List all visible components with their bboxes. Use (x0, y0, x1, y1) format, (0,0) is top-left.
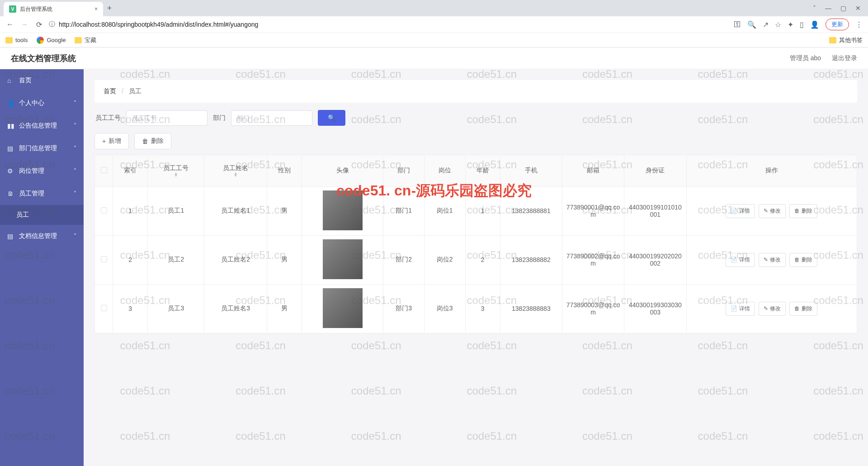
folder-icon (829, 37, 836, 43)
close-window-icon[interactable]: ✕ (855, 5, 861, 12)
edit-button[interactable]: ✎修改 (759, 253, 786, 267)
cell-xingming: 员工姓名3 (204, 284, 267, 333)
trash-icon: 🗑 (794, 305, 800, 312)
edit-icon: ✎ (764, 208, 768, 214)
main-layout: ⌂首页 👤个人中心˅ ▮▮公告信息管理˅ ▤部门信息管理˅ ⚙岗位管理˅ 🗎员工… (0, 69, 868, 466)
add-button[interactable]: +新增 (94, 133, 129, 149)
col-index[interactable]: 索引 (113, 155, 148, 187)
checkbox-all[interactable] (101, 167, 107, 173)
cell-avatar (302, 284, 383, 333)
vue-icon: V (9, 5, 16, 13)
col-email[interactable]: 邮箱 (562, 155, 624, 187)
info-icon: ⓘ (49, 20, 55, 29)
row-checkbox[interactable] (101, 207, 107, 214)
col-xingbie[interactable]: 性别 (267, 155, 302, 187)
bookmarks-bar: tools Google 宝藏 其他书签 (0, 33, 868, 47)
bookmark-other[interactable]: 其他书签 (829, 36, 863, 44)
key-icon[interactable]: ⚿ (734, 20, 741, 29)
extension-icon[interactable]: ✦ (788, 20, 793, 29)
reload-button[interactable]: ⟳ (34, 20, 43, 29)
cell-gangwei: 岗位1 (424, 186, 465, 235)
back-button[interactable]: ← (5, 20, 14, 29)
browser-tab[interactable]: V 后台管理系统 × (4, 2, 103, 16)
row-delete-button[interactable]: 🗑删除 (789, 302, 817, 316)
reader-icon[interactable]: ▯ (800, 20, 804, 29)
cell-shenfenzheng: 440300199202020002 (624, 235, 686, 284)
cell-bumen: 部门1 (383, 186, 425, 235)
col-nianling[interactable]: 年龄 (465, 155, 500, 187)
search-button[interactable]: 🔍 (318, 110, 345, 126)
sidebar-item-notice[interactable]: ▮▮公告信息管理˅ (0, 114, 84, 137)
maximize-icon[interactable]: ▢ (840, 5, 846, 12)
plus-icon: + (102, 138, 106, 145)
detail-button[interactable]: 📄详情 (726, 302, 755, 316)
cell-action: 📄详情 ✎修改 🗑删除 (686, 284, 857, 333)
action-bar: +新增 🗑删除 (94, 133, 857, 149)
new-tab-button[interactable]: + (103, 2, 116, 14)
col-bumen[interactable]: 部门 (383, 155, 425, 187)
breadcrumb-home[interactable]: 首页 (104, 87, 116, 95)
edit-button[interactable]: ✎修改 (759, 302, 786, 316)
search-icon: 🔍 (328, 114, 335, 121)
cell-action: 📄详情 ✎修改 🗑删除 (686, 186, 857, 235)
menu-icon[interactable]: ⋮ (855, 20, 863, 29)
detail-button[interactable]: 📄详情 (726, 204, 755, 218)
admin-link[interactable]: 管理员 abo (790, 54, 821, 62)
list-icon: ▤ (7, 145, 14, 152)
dropdown-icon[interactable]: ˅ (813, 5, 816, 12)
cell-nianling: 3 (465, 284, 500, 333)
breadcrumb-sep: / (122, 87, 123, 95)
share-icon[interactable]: ↗ (763, 20, 769, 29)
cell-email: 773890001@qq.com (562, 186, 624, 235)
forward-button[interactable]: → (20, 20, 29, 29)
sidebar-item-employee[interactable]: 🗎员工管理˄ (0, 182, 84, 205)
row-delete-button[interactable]: 🗑删除 (789, 253, 817, 267)
close-icon[interactable]: × (94, 6, 98, 12)
row-checkbox[interactable] (101, 256, 107, 262)
sidebar-item-position[interactable]: ⚙岗位管理˅ (0, 160, 84, 182)
sidebar-subitem-employee[interactable]: 员工 (0, 205, 84, 225)
star-icon[interactable]: ☆ (775, 20, 781, 29)
row-delete-button[interactable]: 🗑删除 (789, 204, 817, 218)
col-gangwei[interactable]: 岗位 (424, 155, 465, 187)
col-xingming[interactable]: 员工姓名▲▼ (204, 155, 267, 187)
cell-xingbie: 男 (267, 284, 302, 333)
table-row: 1 员工1 员工姓名1 男 部门1 岗位1 1 13823888881 7738… (95, 186, 857, 235)
col-gonghao[interactable]: 员工工号▲▼ (148, 155, 204, 187)
zoom-icon[interactable]: 🔍 (747, 20, 756, 29)
cell-xingming: 员工姓名1 (204, 186, 267, 235)
chevron-down-icon: ˅ (74, 168, 76, 174)
bookmark-google[interactable]: Google (37, 37, 66, 44)
url-bar[interactable]: ⓘ http://localhost:8080/springbootpkh49/… (49, 20, 728, 29)
sidebar-item-profile[interactable]: 👤个人中心˅ (0, 92, 84, 114)
update-button[interactable]: 更新 (826, 19, 849, 30)
minimize-icon[interactable]: — (825, 5, 831, 12)
chevron-down-icon: ˅ (74, 123, 76, 129)
cell-action: 📄详情 ✎修改 🗑删除 (686, 235, 857, 284)
cell-gonghao: 员工1 (148, 186, 204, 235)
detail-icon: 📄 (731, 305, 737, 312)
sidebar-item-document[interactable]: ▤文档信息管理˅ (0, 225, 84, 247)
col-shouji[interactable]: 手机 (500, 155, 562, 187)
bookmark-baozang[interactable]: 宝藏 (75, 36, 96, 44)
delete-button[interactable]: 🗑删除 (134, 133, 171, 149)
profile-icon[interactable]: 👤 (810, 20, 819, 29)
edit-button[interactable]: ✎修改 (759, 204, 786, 218)
bookmark-tools[interactable]: tools (5, 37, 28, 43)
gear-icon: ⚙ (7, 167, 14, 175)
search-bar: 员工工号 部门 🔍 (94, 110, 857, 126)
detail-button[interactable]: 📄详情 (726, 253, 755, 267)
home-icon: ⌂ (7, 77, 14, 84)
sidebar-item-home[interactable]: ⌂首页 (0, 69, 84, 92)
sidebar-item-department[interactable]: ▤部门信息管理˅ (0, 137, 84, 160)
chevron-down-icon: ˅ (74, 100, 76, 106)
col-avatar[interactable]: 头像 (302, 155, 383, 187)
col-shenfenzheng[interactable]: 身份证 (624, 155, 686, 187)
tab-title: 后台管理系统 (20, 5, 52, 13)
logout-link[interactable]: 退出登录 (832, 54, 857, 62)
sidebar: ⌂首页 👤个人中心˅ ▮▮公告信息管理˅ ▤部门信息管理˅ ⚙岗位管理˅ 🗎员工… (0, 69, 84, 466)
gonghao-input[interactable] (126, 110, 208, 126)
bumen-input[interactable] (231, 110, 312, 126)
row-checkbox[interactable] (101, 305, 107, 311)
doc-icon: 🗎 (7, 190, 14, 197)
